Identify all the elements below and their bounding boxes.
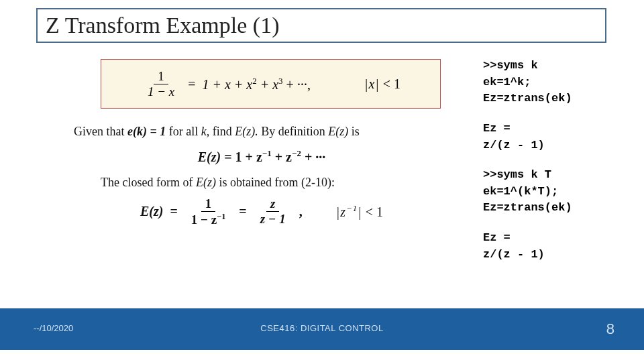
condition-2: |z−1| < 1 bbox=[336, 203, 383, 220]
footer-course: CSE416: DIGITAL CONTROL bbox=[0, 323, 644, 333]
code-output-2: Ez = z/(z - 1) bbox=[483, 230, 624, 263]
fraction-2: z z − 1 bbox=[256, 196, 290, 227]
slide: { "title": "Z Transform Example (1)", "f… bbox=[0, 0, 644, 362]
matlab-code-column: >>syms k ek=1^k; Ez=ztrans(ek) Ez = z/(z… bbox=[483, 58, 624, 276]
fraction: 1 1 − x bbox=[144, 69, 178, 99]
code-block-1: >>syms k ek=1^k; Ez=ztrans(ek) bbox=[483, 58, 624, 107]
footer-bar: --/10/2020 CSE416: DIGITAL CONTROL 8 bbox=[0, 308, 644, 350]
slide-title: Z Transform Example (1) bbox=[46, 13, 279, 38]
body-text: Given that e(k) = 1 for all k, find E(z)… bbox=[74, 125, 449, 227]
geometric-series-box: 1 1 − x = 1 + x + x2 + x3 + ···, |x| < 1 bbox=[101, 59, 441, 109]
closed-form-text: The closed form of E(z) is obtained from… bbox=[101, 176, 449, 190]
fraction-1: 1 1 − z−1 bbox=[187, 196, 229, 227]
code-block-2: >>syms k T ek=1^(k*T); Ez=ztrans(ek) bbox=[483, 167, 624, 217]
equation-closed-form: E(z) = 1 1 − z−1 = z z − 1 , |z−1| < 1 bbox=[74, 196, 449, 227]
title-box: Z Transform Example (1) bbox=[36, 8, 606, 43]
equation-series: E(z) = 1 + z−1 + z−2 + ··· bbox=[74, 148, 449, 165]
series-expansion: 1 + x + x2 + x3 + ···, bbox=[202, 76, 310, 93]
footer-page-number: 8 bbox=[606, 320, 614, 338]
condition: |x| < 1 bbox=[364, 76, 400, 92]
code-output-1: Ez = z/(z - 1) bbox=[483, 121, 624, 154]
problem-statement: Given that e(k) = 1 for all k, find E(z)… bbox=[74, 125, 449, 139]
geometric-series-formula: 1 1 − x = 1 + x + x2 + x3 + ···, |x| < 1 bbox=[141, 69, 400, 99]
